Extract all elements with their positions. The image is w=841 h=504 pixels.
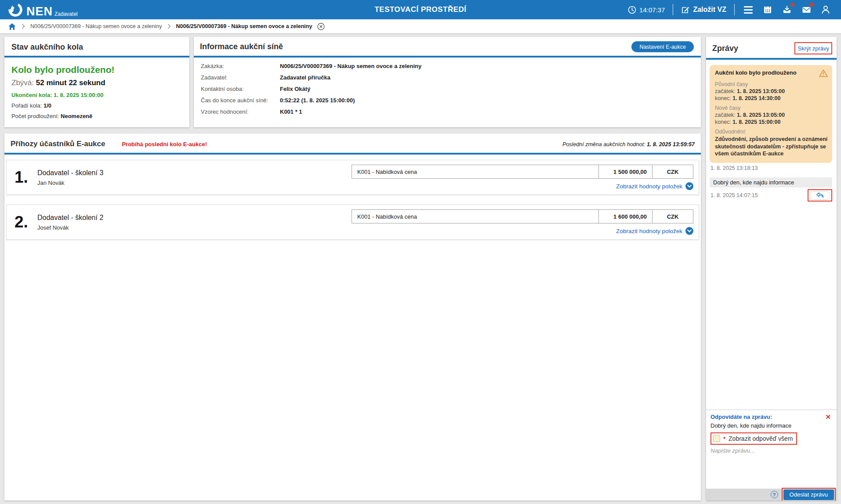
info-value: Zadavatel příručka bbox=[280, 74, 330, 81]
reply-button[interactable] bbox=[809, 191, 830, 200]
breadcrumb-item-current-tab[interactable]: N006/25/V00007369 - Nákup semen ovoce a … bbox=[176, 23, 312, 29]
home-icon[interactable] bbox=[8, 22, 16, 31]
criterion-value-box: K001 - Nabídková cena 1 600 000,00 CZK bbox=[352, 209, 693, 223]
mail-button[interactable] bbox=[801, 4, 812, 15]
calendar-icon bbox=[763, 5, 772, 14]
chevron-down-circle-icon[interactable] bbox=[685, 182, 693, 190]
info-label: Zadavatel: bbox=[201, 74, 280, 81]
show-reply-to-all-label[interactable]: Zobrazit odpověď všem bbox=[729, 435, 793, 442]
panel-title: Příhozy účastníků E-aukce bbox=[11, 140, 105, 148]
info-value: N006/25/V00007369 - Nákup semen ovoce a … bbox=[280, 63, 421, 69]
info-row-time-to-end: Čas do konce aukční síně: 0:52:22 (1. 8.… bbox=[201, 97, 694, 104]
divider bbox=[673, 4, 673, 15]
edit-icon bbox=[681, 6, 689, 14]
download-tray-icon bbox=[782, 5, 792, 14]
required-mark: * bbox=[723, 436, 725, 442]
message-input[interactable] bbox=[710, 447, 832, 484]
end-value: 1. 8. 2025 14:30:00 bbox=[732, 95, 780, 101]
participant-bids-panel: Příhozy účastníků E-aukce Probíhá posled… bbox=[4, 133, 701, 500]
info-value: K001 * 1 bbox=[280, 108, 302, 115]
end-label: konec: bbox=[715, 95, 731, 101]
reason-text: Zdůvodnění, způsob provedení a oznámení … bbox=[715, 136, 828, 158]
bid-rank: 2. bbox=[14, 213, 37, 231]
cancel-reply-icon[interactable]: ✕ bbox=[824, 414, 832, 420]
question-meta-row: 1. 8. 2025 14:07:15 bbox=[710, 189, 832, 202]
last-round-notice: Probíhá poslední kolo E-aukce! bbox=[122, 141, 207, 148]
user-button[interactable] bbox=[820, 4, 831, 15]
chevron-down-circle-icon[interactable] bbox=[685, 227, 693, 235]
reason-label: Odůvodnění: bbox=[715, 129, 828, 135]
round-order-label: Pořadí kola: bbox=[11, 102, 42, 109]
warning-icon bbox=[819, 69, 828, 77]
original-start-time: začátek: 1. 8. 2025 13:05:00 bbox=[715, 88, 828, 94]
panel-header: Stav aukčního kola bbox=[4, 37, 189, 58]
server-time-value: 14:07:37 bbox=[639, 6, 665, 14]
user-icon bbox=[821, 5, 830, 14]
criterion-value-box: K001 - Nabídková cena 1 500 000,00 CZK bbox=[352, 165, 693, 179]
show-item-values-link[interactable]: Zobrazit hodnoty položek bbox=[616, 228, 682, 234]
help-icon[interactable]: ? bbox=[771, 491, 778, 498]
nen-logo[interactable]: NEN Zadavatel bbox=[0, 1, 78, 18]
breadcrumb: N006/25/V00007369 - Nákup semen ovoce a … bbox=[0, 19, 841, 33]
clock-icon bbox=[628, 6, 636, 14]
bid-amount: 1 500 000,00 bbox=[598, 165, 652, 178]
panel-body: Kolo bylo prodlouženo! Zbývá: 52 minut 2… bbox=[4, 58, 189, 128]
reply-arrow-icon bbox=[816, 192, 824, 198]
supplier-name: Dodavatel - školení 3 bbox=[37, 169, 352, 177]
annotation-highlight: Odeslat zprávu bbox=[782, 488, 836, 501]
panel-title: Stav aukčního kola bbox=[11, 43, 182, 52]
eauction-settings-button[interactable]: Nastavení E-aukce bbox=[631, 41, 694, 52]
bid-amount: 1 600 000,00 bbox=[598, 210, 652, 223]
nen-logo-icon bbox=[7, 1, 24, 18]
round-end-value: 1. 8. 2025 15:00:00 bbox=[54, 92, 103, 98]
create-vz-label: Založit VZ bbox=[693, 6, 726, 14]
chevron-right-icon bbox=[167, 24, 171, 29]
calendar-button[interactable] bbox=[762, 4, 773, 15]
info-row-evaluation-formula: Vzorec hodnocení: K001 * 1 bbox=[201, 108, 694, 115]
bid-row-1: 1. Dodavatel - školení 3 Jan Novák K001 … bbox=[6, 160, 699, 195]
extension-count: Počet prodloužení: Neomezeně bbox=[11, 113, 182, 119]
extension-count-value: Neomezeně bbox=[61, 113, 92, 119]
info-row-contact-person: Kontaktní osoba: Felix Okátý bbox=[201, 86, 694, 92]
close-tab-icon[interactable] bbox=[317, 23, 325, 30]
bid-rank: 1. bbox=[14, 168, 37, 187]
bid-currency: CZK bbox=[652, 165, 693, 178]
auction-room-info-panel: Informace aukční síně Nastavení E-aukce … bbox=[194, 37, 701, 127]
replying-to-label: Odpovídáte na zprávu: bbox=[710, 414, 824, 420]
time-remaining: Zbývá: 52 minut 22 sekund bbox=[11, 79, 182, 87]
top-bar: NEN Zadavatel TESTOVACÍ PROSTŘEDÍ 14:07:… bbox=[0, 0, 841, 19]
logo-text: NEN bbox=[26, 6, 53, 17]
last-change-info: Poslední změna aukčních hodnot: 1. 8. 20… bbox=[562, 141, 695, 148]
time-remaining-label: Zbývá: bbox=[11, 79, 34, 87]
hide-messages-link[interactable]: Skrýt zprávy bbox=[798, 45, 829, 52]
show-item-values-link[interactable]: Zobrazit hodnoty položek bbox=[616, 183, 682, 190]
top-bar-actions: 14:07:37 Založit VZ bbox=[628, 4, 841, 15]
contact-person-name: Jan Novák bbox=[37, 180, 352, 186]
original-times-label: Původní časy bbox=[715, 81, 828, 87]
criterion-name: K001 - Nabídková cena bbox=[352, 165, 598, 178]
menu-button[interactable] bbox=[743, 4, 754, 15]
start-value: 1. 8. 2025 13:05:00 bbox=[737, 112, 785, 118]
show-reply-to-all-checkbox[interactable] bbox=[713, 435, 720, 442]
auction-round-status-panel: Stav aukčního kola Kolo bylo prodlouženo… bbox=[4, 37, 189, 127]
extension-count-label: Počet prodloužení: bbox=[11, 113, 59, 119]
panel-title: Zprávy bbox=[712, 44, 738, 53]
downloads-button[interactable] bbox=[781, 4, 793, 15]
panel-title: Informace aukční síně bbox=[200, 42, 283, 51]
info-value: Felix Okátý bbox=[280, 86, 310, 92]
start-value: 1. 8. 2025 13:05:00 bbox=[737, 88, 785, 94]
create-vz-button[interactable]: Založit VZ bbox=[681, 6, 726, 14]
end-value: 1. 8. 2025 15:00:00 bbox=[732, 119, 780, 125]
messages-footer-bar: ? Odeslat zprávu bbox=[706, 489, 837, 500]
logo-subtitle: Zadavatel bbox=[54, 11, 78, 17]
messages-panel: Zprávy Skrýt zprávy Aukční kolo bylo pro… bbox=[706, 37, 837, 500]
last-change-value: 1. 8. 2025 13:59:57 bbox=[647, 141, 695, 148]
breadcrumb-item-procurement[interactable]: N006/25/V00007369 - Nákup semen ovoce a … bbox=[30, 23, 162, 29]
send-message-button[interactable]: Odeslat zprávu bbox=[783, 490, 834, 500]
downloads-notification-badge bbox=[790, 3, 794, 7]
bid-row-2: 2. Dodavatel - školení 2 Josef Novák K00… bbox=[6, 205, 699, 240]
new-end-time: konec: 1. 8. 2025 15:00:00 bbox=[715, 119, 828, 125]
info-row-contract: Zakázka: N006/25/V00007369 - Nákup semen… bbox=[201, 63, 694, 69]
divider bbox=[734, 4, 735, 15]
bidder-identity: Dodavatel - školení 2 Josef Novák bbox=[37, 214, 352, 231]
